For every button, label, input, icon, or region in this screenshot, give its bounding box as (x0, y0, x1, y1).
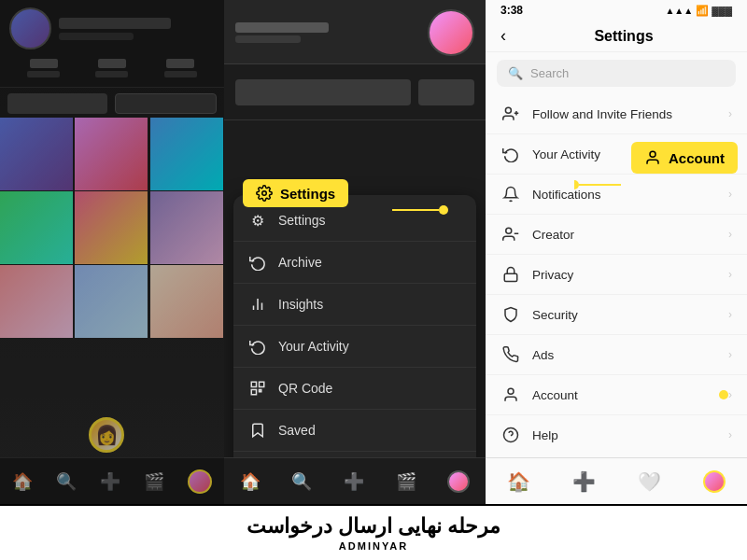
mid-avatar (428, 9, 474, 56)
settings-menu-archive[interactable]: Archive (233, 242, 476, 284)
help-arrow: › (728, 428, 732, 441)
svg-point-23 (650, 151, 655, 157)
settings-menu-settings-label: Settings (278, 213, 326, 228)
bottom-nav-right: 🏠 ➕ 🤍 (486, 457, 747, 504)
archive-icon (248, 253, 267, 272)
svg-point-8 (262, 191, 267, 196)
settings-account[interactable]: Account › (486, 375, 747, 415)
follow-invite-icon (500, 104, 521, 124)
svg-rect-3 (251, 382, 256, 386)
back-button[interactable]: ‹ (500, 26, 506, 46)
status-time: 3:38 (500, 4, 523, 17)
settings-header-right: ‹ Settings (486, 21, 747, 52)
notifications-label: Notifications (532, 188, 728, 202)
bottom-banner: مرحله نهایی ارسال درخواست ADMINYAR (0, 504, 747, 560)
middle-panel: ⚙ Settings Archive (224, 0, 486, 504)
grid-item (0, 118, 73, 190)
search-icon: 🔍 (508, 66, 523, 80)
profile-name-placeholder (59, 18, 171, 29)
home-nav-icon[interactable]: 🏠 (507, 470, 530, 493)
svg-point-11 (505, 107, 511, 113)
svg-point-17 (508, 388, 514, 394)
grid-item (150, 118, 223, 190)
account-highlight-box: Account (631, 142, 738, 174)
grid-item (150, 191, 223, 264)
notifications-arrow: › (728, 188, 732, 201)
account-label: Account (532, 388, 713, 402)
privacy-arrow: › (728, 268, 732, 281)
settings-security[interactable]: Security › (486, 295, 747, 335)
stat-followers (95, 59, 128, 77)
grid-item (0, 265, 73, 338)
wifi-icon: 📶 (696, 5, 709, 17)
grid-item (150, 265, 223, 338)
account-arrow-line (574, 175, 621, 194)
creator-arrow: › (728, 228, 732, 241)
search-bar[interactable]: 🔍 Search (497, 60, 736, 87)
left-panel: 👩 🏠 🔍 ➕ 🎬 (0, 0, 224, 504)
signal-icon: ▲▲▲ (665, 6, 693, 16)
privacy-label: Privacy (532, 268, 728, 282)
settings-menu-saved-label: Saved (278, 423, 316, 438)
settings-menu-activity[interactable]: Your Activity (233, 326, 476, 368)
ads-label: Ads (532, 348, 728, 362)
bottom-label: ADMINYAR (339, 540, 408, 552)
search-placeholder: Search (530, 66, 569, 80)
settings-highlight-box: Settings (243, 179, 348, 207)
bottom-avatar-circle: 👩 (89, 417, 124, 453)
profile-header-mid (224, 0, 486, 64)
add-nav-icon[interactable]: ➕ (572, 470, 596, 493)
svg-point-14 (506, 228, 512, 233)
help-icon (500, 425, 521, 445)
bottom-nav-mid: 🏠 🔍 ➕ 🎬 (224, 457, 486, 504)
grid-item (0, 191, 73, 264)
settings-creator[interactable]: Creator › (486, 215, 747, 255)
profile-avatar-left (9, 7, 51, 49)
settings-help[interactable]: Help › (486, 415, 747, 449)
settings-highlight-icon (256, 185, 273, 202)
settings-menu-qrcode[interactable]: QR Code (233, 368, 476, 410)
grid-item (75, 265, 148, 338)
heart-nav-icon[interactable]: 🤍 (638, 470, 661, 493)
settings-highlight-label: Settings (280, 186, 335, 202)
creator-icon (500, 224, 521, 245)
settings-menu-insights-label: Insights (278, 297, 323, 312)
profile-stats (9, 55, 215, 81)
security-arrow: › (728, 308, 732, 321)
right-panel: 3:38 ▲▲▲ 📶 ▓▓▓ ‹ Settings 🔍 Search (486, 0, 747, 504)
notifications-icon (500, 184, 521, 204)
settings-menu-insights[interactable]: Insights (233, 284, 476, 326)
profile-sub-placeholder (59, 33, 134, 40)
settings-menu-qrcode-label: QR Code (278, 381, 332, 396)
settings-menu-archive-label: Archive (278, 255, 322, 270)
ads-icon (500, 344, 521, 365)
your-activity-icon (500, 144, 521, 164)
settings-arrow (392, 201, 448, 219)
profile-nav-icon[interactable] (703, 470, 726, 493)
privacy-icon (500, 264, 521, 285)
account-arrow: › (728, 388, 732, 401)
mid-profile-info (235, 35, 301, 43)
settings-menu-saved[interactable]: Saved (233, 410, 476, 452)
grid-item (75, 191, 148, 264)
svg-point-10 (439, 205, 448, 215)
profile-grid (0, 118, 224, 338)
activity-icon (248, 337, 267, 356)
mid-profile-name (235, 22, 329, 33)
settings-gear-icon: ⚙ (248, 211, 267, 230)
settings-menu-activity-label: Your Activity (278, 339, 349, 354)
svg-rect-4 (260, 382, 264, 386)
bottom-nav-left: 🏠 🔍 ➕ 🎬 (0, 457, 224, 504)
settings-ads[interactable]: Ads › (486, 335, 747, 375)
help-label: Help (532, 428, 728, 442)
settings-follow-invite[interactable]: Follow and Invite Friends › (486, 94, 747, 134)
settings-dropdown: ⚙ Settings Archive (233, 195, 476, 497)
svg-rect-16 (504, 273, 517, 281)
insights-icon (248, 295, 267, 314)
account-highlight-label: Account (669, 150, 725, 166)
profile-header-left (0, 0, 224, 88)
settings-privacy[interactable]: Privacy › (486, 255, 747, 295)
svg-rect-6 (260, 390, 261, 392)
security-label: Security (532, 308, 728, 322)
battery-icon: ▓▓▓ (712, 6, 732, 16)
